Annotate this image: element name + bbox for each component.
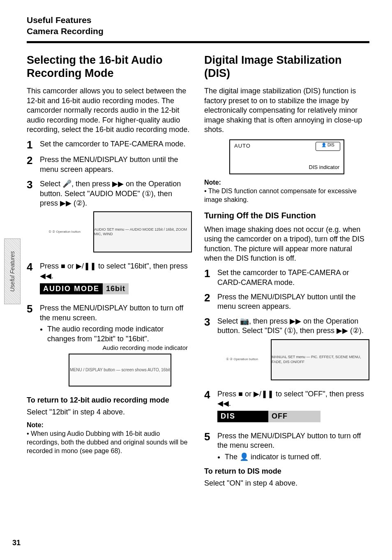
step-body: Press the MENU/DISPLAY button to turn of… [217, 431, 369, 462]
right-step-3: 3 Select 📷, then press ▶▶ on the Operati… [204, 317, 369, 384]
right-note: Note: • The DIS function cannot compensa… [204, 178, 369, 204]
right-step-1: 1 Set the camcorder to TAPE-CAMERA or CA… [204, 268, 369, 287]
step-number: 5 [204, 431, 212, 462]
step-text: Press the MENU/DISPLAY button to turn of… [40, 304, 183, 322]
right-step3-figure: ① ② Operation button MANUAL SET menu — P… [217, 339, 369, 380]
left-intro: This camcorder allows you to select betw… [27, 86, 192, 134]
left-step-2: 2 Press the MENU/DISPLAY button until th… [27, 155, 192, 174]
step-body: Select 🎤, then press ▶▶ on the Operation… [40, 179, 192, 257]
dis-icon: 👤 DIS [316, 142, 340, 151]
left-step-4: 4 Press ■ or ▶/❚❚ to select "16bit", the… [27, 261, 192, 299]
indicator-dark: DIS [217, 411, 268, 422]
dis-box-auto: AUTO [234, 143, 251, 150]
microphone-icon: 🎤 [62, 180, 71, 188]
menu-display-figure: MENU / DISPLAY button — screen shows AUT… [69, 354, 171, 386]
step-bullets: The 👤 indicator is turned off. [225, 452, 369, 462]
side-tab-useful-features: Useful Features [4, 238, 21, 304]
bullet-item: The 👤 indicator is turned off. [225, 452, 369, 462]
right-column: Digital Image Stabilization (DIS) The di… [204, 53, 369, 488]
step-body: Set the camcorder to TAPE-CAMERA mode. [40, 139, 192, 150]
right-steps: 1 Set the camcorder to TAPE-CAMERA or CA… [204, 268, 369, 462]
note-body: The DIS function cannot compensate for e… [204, 187, 357, 203]
right-return-heading: To return to DIS mode [204, 467, 369, 476]
step-number: 2 [27, 155, 35, 174]
step-number: 1 [27, 139, 35, 150]
menu-screen-audio-set: AUDIO SET menu — AUDIO MODE 12bit / 16bi… [93, 211, 192, 252]
left-return-body: Select "12bit" in step 4 above. [27, 407, 192, 417]
operation-button-diagram: ① ② Operation button [217, 339, 267, 380]
left-step-1: 1 Set the camcorder to TAPE-CAMERA mode. [27, 139, 192, 150]
header-line-2: Camera Recording [27, 25, 369, 37]
bullet-item: The audio recording mode indicator chang… [47, 324, 192, 344]
page-header: Useful Features Camera Recording [27, 14, 369, 37]
step-text-a: Select [40, 180, 62, 188]
dis-indicator-figure: AUTO 👤 DIS DIS indicator [229, 139, 344, 174]
note-label: Note: [204, 179, 221, 186]
step-body: Press the MENU/DISPLAY button to turn of… [40, 303, 192, 390]
step-body: Press the MENU/DISPLAY button until the … [217, 292, 369, 312]
left-step-3: 3 Select 🎤, then press ▶▶ on the Operati… [27, 179, 192, 257]
indicator-dark: AUDIO MODE [40, 283, 103, 294]
step-number: 4 [204, 389, 212, 426]
right-intro: The digital image stabilization (DIS) fu… [204, 86, 369, 134]
right-step-2: 2 Press the MENU/DISPLAY button until th… [204, 292, 369, 312]
header-rule [27, 41, 369, 43]
note-label: Note: [27, 421, 44, 428]
right-section-title: Digital Image Stabilization (DIS) [204, 53, 369, 80]
operation-button-diagram: ① ② Operation button [40, 211, 89, 252]
step-body: Set the camcorder to TAPE-CAMERA or CARD… [217, 268, 369, 287]
left-step3-figure: ① ② Operation button AUDIO SET menu — AU… [40, 211, 192, 252]
step-number: 3 [204, 317, 212, 384]
header-line-1: Useful Features [27, 14, 369, 25]
indicator-light: 16bit [103, 283, 129, 294]
step-body: Press ■ or ▶/❚❚ to select "OFF", then pr… [217, 389, 369, 426]
step-number: 4 [27, 261, 35, 299]
left-note: Note: • When using Audio Dubbing with 16… [27, 421, 192, 455]
step-body: Press the MENU/DISPLAY button until the … [40, 155, 192, 174]
camera-icon: 📷 [240, 317, 249, 325]
step-number: 5 [27, 303, 35, 390]
step-bullets: The audio recording mode indicator chang… [47, 324, 192, 344]
audio-mode-indicator-bar: AUDIO MODE16bit [40, 283, 192, 294]
dis-box-caption: DIS indicator [309, 164, 339, 171]
step-text-a: Select [217, 317, 240, 325]
content-columns: Selecting the 16-bit Audio Recording Mod… [27, 53, 369, 488]
step-body: Press ■ or ▶/❚❚ to select "16bit", then … [40, 261, 192, 299]
step-text: Press ■ or ▶/❚❚ to select "16bit", then … [40, 262, 188, 280]
indicator-caption: Audio recording mode indicator [40, 344, 188, 352]
right-subsection-title: Turning Off the DIS Function [204, 210, 369, 221]
left-section-title: Selecting the 16-bit Audio Recording Mod… [27, 53, 192, 80]
right-sub-intro: When image shaking does not occur (e.g. … [204, 225, 369, 264]
right-step-4: 4 Press ■ or ▶/❚❚ to select "OFF", then … [204, 389, 369, 426]
menu-screen-manual-set: MANUAL SET menu — PIC. EFFECT, SCENE MEN… [271, 339, 369, 380]
step-body: Select 📷, then press ▶▶ on the Operation… [217, 317, 369, 384]
indicator-light: OFF [268, 411, 321, 422]
page-number: 31 [12, 538, 21, 548]
step-number: 2 [204, 292, 212, 312]
left-step-5: 5 Press the MENU/DISPLAY button to turn … [27, 303, 192, 390]
note-body: When using Audio Dubbing with 16-bit aud… [27, 430, 187, 454]
right-return-body: Select "ON" in step 4 above. [204, 479, 369, 488]
step-text: Press ■ or ▶/❚❚ to select "OFF", then pr… [217, 390, 364, 407]
left-return-heading: To return to 12-bit audio recording mode [27, 396, 192, 405]
step-text: Press the MENU/DISPLAY button to turn of… [217, 432, 361, 449]
dis-indicator-bar: DISOFF [217, 411, 369, 422]
step-number: 1 [204, 268, 212, 287]
right-step-5: 5 Press the MENU/DISPLAY button to turn … [204, 431, 369, 462]
step-number: 3 [27, 179, 35, 257]
left-column: Selecting the 16-bit Audio Recording Mod… [27, 53, 192, 488]
side-tab-label: Useful Features [9, 251, 16, 292]
left-steps: 1 Set the camcorder to TAPE-CAMERA mode.… [27, 139, 192, 390]
